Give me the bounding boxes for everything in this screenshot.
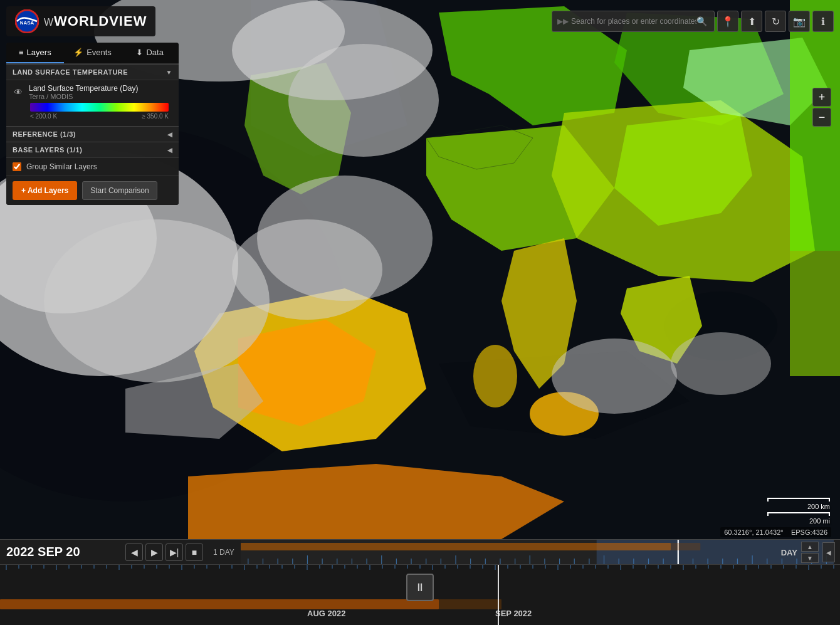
location-button[interactable]: 📍 — [717, 11, 738, 32]
skip-to-end-button[interactable]: ▶| — [165, 544, 183, 561]
timeline-pause-button[interactable]: ⏸ — [406, 574, 434, 601]
reference-collapse-arrow[interactable]: ◀ — [167, 131, 173, 138]
tab-layers[interactable]: ≡ Layers — [6, 43, 64, 63]
layers-icon: ≡ — [19, 48, 24, 57]
tab-data[interactable]: ⬇ Data — [121, 43, 179, 63]
day-label: DAY — [781, 548, 797, 557]
camera-button[interactable]: 📷 — [789, 11, 810, 32]
svg-point-13 — [671, 332, 771, 395]
timeline-date: 2022 SEP 20 — [6, 545, 119, 559]
layer-name: Land Surface Temperature (Day) — [29, 84, 174, 93]
timeline-track-area[interactable] — [241, 540, 834, 564]
land-surface-temp-section-header[interactable]: LAND SURFACE TEMPERATURE ▼ — [6, 64, 179, 80]
svg-rect-67 — [439, 599, 501, 609]
lat-display: 60.3216° — [724, 528, 752, 536]
rotate-button[interactable]: ↻ — [765, 11, 786, 32]
right-toolbar: ▶▶ 🔍 📍 ⬆ ↻ 📷 ℹ — [552, 11, 834, 32]
projection-display: EPSG:4326 — [791, 528, 827, 536]
share-button[interactable]: ⬆ — [741, 11, 762, 32]
base-layers-section-header[interactable]: BASE LAYERS (1/1) ◀ — [6, 142, 179, 157]
layer-item-lst: 👁 Land Surface Temperature (Day) Terra /… — [6, 80, 179, 126]
layer-source: Terra / MODIS — [29, 93, 174, 100]
tab-events[interactable]: ⚡ Events — [64, 43, 122, 63]
prev-date-button[interactable]: ◀ — [125, 544, 143, 561]
data-icon: ⬇ — [136, 48, 143, 57]
svg-text:AUG 2022: AUG 2022 — [307, 609, 345, 618]
lon-display: 21.0432° — [756, 528, 784, 536]
svg-rect-63 — [241, 543, 671, 550]
timeline-collapse-button[interactable]: ◀ — [822, 542, 835, 562]
timeline-right-controls: DAY ▲ ▼ ◀ — [781, 540, 835, 565]
search-arrow-icon: ▶▶ — [557, 17, 569, 26]
stop-button[interactable]: ■ — [186, 544, 203, 561]
timeline: 2022 SEP 20 ◀ ▶ ▶| ■ 1 DAY — [0, 539, 840, 625]
map-zoom-controls: + − — [812, 88, 831, 127]
group-similar-label[interactable]: Group Similar Layers — [26, 162, 97, 171]
search-icon[interactable]: 🔍 — [696, 16, 707, 26]
timeline-up-button[interactable]: ▲ — [801, 542, 819, 552]
svg-rect-66 — [0, 599, 439, 609]
nasa-logo: NASA — [15, 9, 39, 33]
svg-point-7 — [44, 219, 270, 382]
info-button[interactable]: ℹ — [812, 11, 834, 32]
section-collapse-arrow[interactable]: ▼ — [166, 69, 172, 76]
svg-rect-64 — [671, 543, 700, 550]
layer-action-buttons: + Add Layers Start Comparison — [6, 176, 179, 205]
add-layers-button[interactable]: + Add Layers — [13, 181, 77, 200]
interval-label: 1 DAY — [213, 548, 234, 557]
scale-bar: 200 km 200 mi — [767, 498, 830, 525]
scale-label-mi: 200 mi — [767, 517, 830, 525]
zoom-out-button[interactable]: − — [812, 108, 831, 127]
svg-point-11 — [232, 219, 382, 320]
scale-line-km — [767, 498, 830, 502]
layer-visibility-toggle[interactable]: 👁 — [11, 85, 25, 99]
logo-area: NASA WWorldview — [6, 6, 155, 36]
colorbar-labels: < 200.0 K ≥ 350.0 K — [30, 113, 169, 120]
coordinates-display: 60.3216°, 21.0432° EPSG:4326 — [720, 527, 831, 537]
events-icon: ⚡ — [73, 48, 83, 57]
timeline-top-bar: 2022 SEP 20 ◀ ▶ ▶| ■ 1 DAY — [0, 540, 840, 565]
colorbar-container: < 200.0 K ≥ 350.0 K — [11, 100, 174, 122]
timeline-navigation: ◀ ▶ ▶| ■ — [125, 544, 203, 561]
svg-point-4 — [473, 345, 517, 407]
base-layers-collapse-arrow[interactable]: ◀ — [167, 147, 173, 154]
search-bar[interactable]: ▶▶ 🔍 — [552, 11, 715, 32]
sidebar-tabs: ≡ Layers ⚡ Events ⬇ Data — [6, 43, 179, 64]
worldview-title: WWorldview — [44, 13, 147, 29]
search-input[interactable] — [571, 17, 696, 26]
start-comparison-button[interactable]: Start Comparison — [82, 181, 157, 200]
svg-rect-16 — [790, 251, 840, 376]
group-similar-row: Group Similar Layers — [6, 157, 179, 176]
group-similar-checkbox[interactable] — [13, 162, 21, 171]
sidebar-panel: ≡ Layers ⚡ Events ⬇ Data LAND SURFACE TE… — [6, 43, 179, 205]
next-date-button[interactable]: ▶ — [145, 544, 163, 561]
scale-line-mi — [767, 512, 830, 516]
svg-text:SEP 2022: SEP 2022 — [495, 609, 532, 618]
svg-point-12 — [552, 339, 677, 414]
reference-section-header[interactable]: REFERENCE (1/3) ◀ — [6, 126, 179, 142]
timeline-down-button[interactable]: ▼ — [801, 553, 819, 563]
scale-label-km: 200 km — [767, 503, 830, 510]
colorbar — [30, 103, 169, 112]
zoom-in-button[interactable]: + — [812, 88, 831, 107]
